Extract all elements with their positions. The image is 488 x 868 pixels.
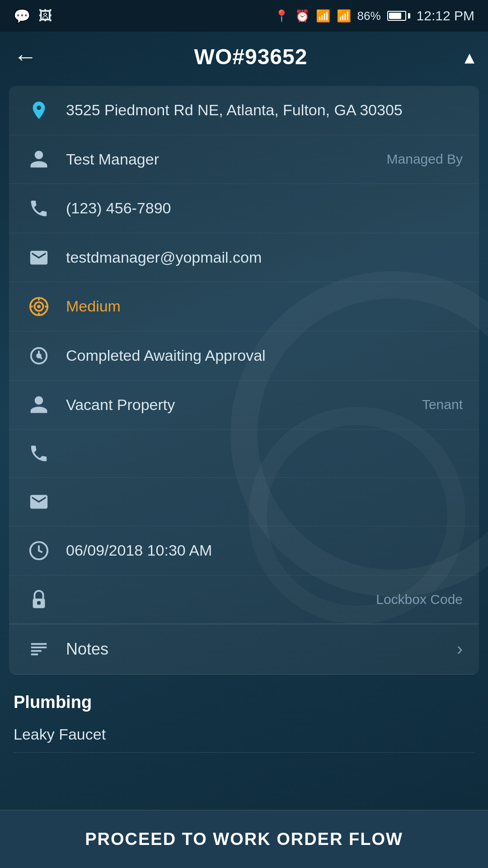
tenant-name: Vacant Property [66,394,408,416]
category-section: Plumbing Leaky Faucet [0,675,488,757]
alarm-icon: ⏰ [295,9,310,23]
datetime-text: 06/09/2018 10:30 AM [66,540,463,561]
manager-icon [25,149,52,170]
address-row: 3525 Piedmont Rd NE, Atlanta, Fulton, GA… [9,86,479,135]
phone-row: (123) 456-7890 [9,184,479,233]
status-time: 12:12 PM [417,8,474,24]
status-bar: 💬 🖼 📍 ⏰ 📶 📶 86% 12:12 PM [0,0,488,32]
status-bar-right: 📍 ⏰ 📶 📶 86% 12:12 PM [274,8,474,24]
back-button[interactable]: ← [14,43,37,70]
wifi-icon: 📶 [316,9,330,23]
status-icon [25,345,52,366]
svg-point-2 [37,305,41,308]
work-order-card: 3525 Piedmont Rd NE, Atlanta, Fulton, GA… [9,86,479,675]
tenant-label: Tenant [422,397,463,412]
status-row: Completed Awaiting Approval [9,331,479,381]
address-text: 3525 Piedmont Rd NE, Atlanta, Fulton, GA… [66,99,463,121]
category-title: Plumbing [14,688,474,717]
svg-point-8 [36,353,42,359]
tenant-phone-row [9,429,479,478]
gallery-icon: 🖼 [38,8,52,24]
priority-row: Medium [9,282,479,331]
page-title: WO#93652 [194,44,308,69]
lockbox-row: Lockbox Code [9,576,479,624]
chevron-right-icon: › [457,639,463,659]
toolbar: ← WO#93652 ▴ [0,32,488,81]
clock-icon [25,540,52,561]
lockbox-code-label: Lockbox Code [376,592,463,607]
priority-text: Medium [66,296,463,317]
priority-icon [25,296,52,317]
bottom-button-wrap: PROCEED TO WORK ORDER FLOW [0,810,488,868]
managed-by-label: Managed By [387,151,463,167]
email-icon [25,247,52,268]
battery-percent: 86% [357,9,381,23]
tenant-email-row [9,478,479,526]
manager-name: Test Manager [66,149,373,170]
status-bar-left: 💬 🖼 [14,8,52,24]
battery-icon [387,11,410,21]
phone-icon [25,198,52,219]
email-row: testdmanager@yopmail.com [9,233,479,283]
manager-phone: (123) 456-7890 [66,198,463,219]
tenant-icon [25,394,52,415]
category-item: Leaky Faucet [14,717,474,753]
signal-icon: 📶 [337,9,351,23]
proceed-button[interactable]: PROCEED TO WORK ORDER FLOW [0,811,488,868]
notes-icon [25,639,52,660]
tenant-email-icon [25,491,52,512]
lockbox-icon [25,589,52,610]
whatsapp-icon: 💬 [14,8,30,24]
tenant-phone-icon [25,443,52,464]
location-icon: 📍 [274,9,289,23]
status-text: Completed Awaiting Approval [66,345,463,367]
notes-row[interactable]: Notes › [9,624,479,675]
notes-label: Notes [66,638,443,660]
manager-email: testdmanager@yopmail.com [66,247,463,269]
location-pin-icon [25,100,52,121]
svg-rect-11 [37,601,41,605]
navigation-icon[interactable]: ▴ [465,45,474,68]
tenant-row: Vacant Property Tenant [9,381,479,430]
datetime-row: 06/09/2018 10:30 AM [9,526,479,576]
manager-row: Test Manager Managed By [9,135,479,184]
